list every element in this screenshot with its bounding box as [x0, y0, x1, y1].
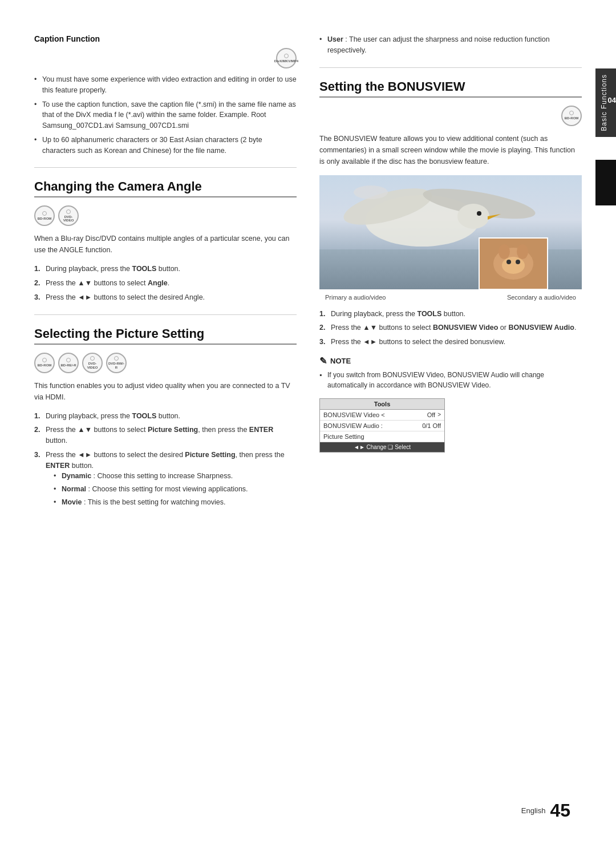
primary-label: Primary a audio/video	[325, 294, 386, 301]
note-content: If you switch from BONUSVIEW Video, BONU…	[319, 370, 582, 390]
caption-bullets: You must have some experience with video…	[34, 74, 297, 156]
user-note: User : The user can adjust the sharpness…	[319, 34, 582, 56]
picture-setting-section: Selecting the Picture Setting BD-ROM BD-…	[34, 326, 297, 508]
tools-row-3-label: Picture Setting	[323, 433, 364, 440]
bonusview-title: Setting the BONUSVIEW	[319, 79, 582, 98]
divider-1	[34, 167, 297, 168]
bd-rom-icon-pic: BD-ROM	[34, 353, 55, 373]
picture-sub-normal: Normal : Choose this setting for most vi…	[46, 484, 297, 495]
angle-step-3: 3. Press the ◄► buttons to select the de…	[34, 292, 297, 303]
picture-step-2: 2. Press the ▲▼ buttons to select Pictur…	[34, 425, 297, 446]
bonusview-svg	[319, 175, 582, 289]
page-number: 45	[550, 800, 570, 821]
changing-angle-section: Changing the Camera Angle BD-ROM DVD-VID…	[34, 179, 297, 302]
picture-step-3: 3. Press the ◄► buttons to select the de…	[34, 450, 297, 508]
changing-angle-title: Changing the Camera Angle	[34, 179, 297, 197]
note-title: ✎ NOTE	[319, 356, 582, 366]
note-icon: ✎	[319, 356, 327, 366]
caption-bullet-3: Up to 60 alphanumeric characters or 30 E…	[34, 135, 297, 156]
tools-row-2-label: BONUSVIEW Audio :	[323, 422, 383, 429]
caption-section: Caption Function DivX/MKV/MP4 You must h…	[34, 34, 297, 156]
bonusview-note: ✎ NOTE If you switch from BONUSVIEW Vide…	[319, 356, 582, 390]
divider-3	[319, 67, 582, 68]
angle-step-2: 2. Press the ▲▼ buttons to select Angle.	[34, 278, 297, 289]
tools-row-3: Picture Setting	[320, 431, 444, 442]
right-column: User : The user can adjust the sharpness…	[319, 34, 582, 516]
bonusview-section: Setting the BONUSVIEW BD-ROM The BONUSVI…	[319, 79, 582, 453]
footer-english-label: English	[521, 806, 546, 815]
angle-step-1: 1. During playback, press the TOOLS butt…	[34, 264, 297, 274]
dvd-video-icon-pic: DVD-VIDEO	[82, 353, 103, 373]
caption-bullet-2: To use the caption function, save the ca…	[34, 99, 297, 131]
dvd-video-icon-angle: DVD-VIDEO	[58, 205, 79, 226]
tools-table-header: Tools	[320, 399, 444, 410]
svg-point-14	[502, 257, 525, 274]
picture-setting-title: Selecting the Picture Setting	[34, 326, 297, 345]
tools-table: Tools BONUSVIEW Video < Off > BONUSVIEW …	[319, 398, 445, 453]
divx-label: DivX/MKV/MP4	[274, 59, 298, 63]
caption-title: Caption Function	[34, 34, 297, 43]
dvd-rw-r-icon-pic: DVD-RW/-R	[106, 353, 127, 373]
bonusview-steps: 1. During playback, press the TOOLS butt…	[319, 309, 582, 348]
content-columns: Caption Function DivX/MKV/MP4 You must h…	[34, 34, 582, 516]
bonusview-image	[319, 175, 582, 289]
svg-point-8	[354, 185, 388, 199]
picture-step-1: 1. During playback, press the TOOLS butt…	[34, 411, 297, 422]
tools-row-1: BONUSVIEW Video < Off >	[320, 410, 444, 421]
arrow-right-icon: >	[437, 411, 441, 418]
bonusview-step-1: 1. During playback, press the TOOLS butt…	[319, 309, 582, 320]
bonusview-step-3: 3. Press the ◄► buttons to select the de…	[319, 337, 582, 348]
picture-sub-movie: Movie : This is the best setting for wat…	[46, 497, 297, 508]
svg-point-15	[506, 260, 511, 264]
page-footer: English 45	[521, 800, 570, 821]
bd-rom-icon-angle: BD-ROM	[34, 205, 55, 226]
note-label: NOTE	[330, 357, 351, 365]
tools-row-1-value: Off >	[427, 411, 441, 418]
bonusview-disc-icons: BD-ROM	[319, 106, 582, 126]
image-labels: Primary a audio/video Secondary a audio/…	[319, 294, 582, 301]
angle-body: When a Blu-ray Disc/DVD contains multipl…	[34, 233, 297, 256]
page-container: Caption Function DivX/MKV/MP4 You must h…	[0, 0, 616, 844]
svg-point-7	[477, 211, 481, 216]
bd-re-r-icon-pic: BD-RE/-R	[58, 353, 79, 373]
angle-disc-icons: BD-ROM DVD-VIDEO	[34, 205, 297, 226]
bd-rom-icon-bonusview: BD-ROM	[561, 106, 582, 126]
svg-point-5	[457, 204, 489, 229]
divx-icon: DivX/MKV/MP4	[276, 48, 297, 68]
tools-row-1-label: BONUSVIEW Video <	[323, 411, 385, 418]
caption-icon-row: DivX/MKV/MP4	[34, 48, 297, 68]
picture-setting-body: This function enables you to adjust vide…	[34, 380, 297, 403]
bonusview-body: The BONUSVIEW feature allows you to view…	[319, 133, 582, 167]
picture-steps: 1. During playback, press the TOOLS butt…	[34, 411, 297, 508]
left-column: Caption Function DivX/MKV/MP4 You must h…	[34, 34, 297, 516]
tools-row-2-value: 0/1 Off	[422, 422, 441, 429]
svg-point-12	[499, 244, 510, 259]
bonusview-image-inner	[319, 175, 582, 289]
tools-row-2: BONUSVIEW Audio : 0/1 Off	[320, 421, 444, 431]
svg-point-13	[517, 244, 528, 259]
svg-point-16	[516, 260, 520, 264]
bonusview-step-2: 2. Press the ▲▼ buttons to select BONUSV…	[319, 322, 582, 333]
picture-sub-dynamic: Dynamic : Choose this setting to increas…	[46, 471, 297, 482]
picture-disc-icons: BD-ROM BD-RE/-R DVD-VIDEO DVD-RW/-R	[34, 353, 297, 373]
tools-table-footer: ◄► Change ❑ Select	[320, 442, 444, 452]
secondary-label: Secondary a audio/video	[507, 294, 576, 301]
caption-bullet-1: You must have some experience with video…	[34, 74, 297, 96]
user-note-list: User : The user can adjust the sharpness…	[319, 34, 582, 56]
angle-steps: 1. During playback, press the TOOLS butt…	[34, 264, 297, 302]
divider-2	[34, 314, 297, 315]
